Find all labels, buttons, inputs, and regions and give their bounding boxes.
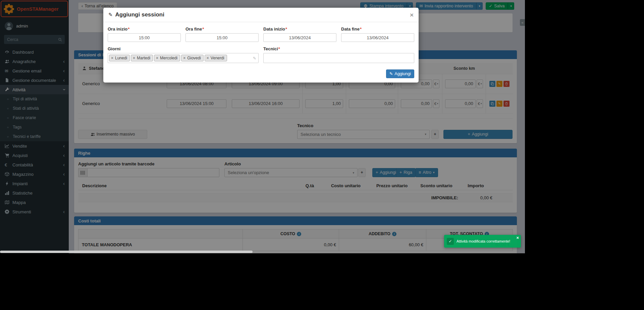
modal-aggiungi-button[interactable]: ✎ Aggiungi (386, 69, 414, 78)
ora-inizio-field: Ora inizio* (108, 27, 181, 42)
ora-fine-field: Ora fine* (185, 27, 259, 42)
horizontal-scrollbar[interactable] (0, 250, 525, 253)
data-fine-field: Data fine* (341, 27, 414, 42)
tecnici-label: Tecnici* (263, 46, 414, 51)
modal-close-icon[interactable]: × (410, 12, 414, 18)
ora-fine-label: Ora fine* (185, 27, 259, 32)
modal-title: Aggiungi sessioni (115, 11, 164, 18)
remove-tag-icon[interactable]: × (207, 56, 209, 60)
modal-footer: ✎ Aggiungi (103, 67, 419, 83)
check-icon: ✓ (447, 238, 454, 245)
toast-close-icon[interactable]: × (516, 236, 519, 240)
required-marker: * (278, 46, 280, 51)
tag-martedi[interactable]: ×Martedi (131, 55, 153, 61)
giorni-multiselect[interactable]: ×Lunedi ×Martedi ×Mercoledi ×Giovedi ×Ve… (108, 53, 259, 63)
modal-form-row-1: Ora inizio* Ora fine* Data inizio* Data … (108, 27, 414, 42)
required-marker: * (285, 27, 287, 32)
pencil-icon: ✎ (253, 56, 256, 61)
tag-giovedi[interactable]: ×Giovedi (181, 55, 204, 61)
ora-inizio-input[interactable] (108, 33, 181, 42)
data-inizio-input[interactable] (263, 33, 336, 42)
required-marker: * (202, 27, 204, 32)
add-sessions-modal: ✎ Aggiungi sessioni × Ora inizio* Ora fi… (103, 8, 419, 83)
remove-tag-icon[interactable]: × (133, 56, 135, 60)
modal-header: ✎ Aggiungi sessioni × (103, 8, 419, 22)
modal-body: Ora inizio* Ora fine* Data inizio* Data … (103, 22, 419, 67)
modal-aggiungi-label: Aggiungi (394, 71, 411, 76)
remove-tag-icon[interactable]: × (156, 56, 158, 60)
ora-fine-input[interactable] (185, 33, 259, 42)
data-fine-label: Data fine* (341, 27, 414, 32)
data-inizio-label: Data inizio* (263, 27, 336, 32)
toast-message: Attività modificata correttamente! (457, 239, 510, 243)
toast-notification: ✓ Attività modificata correttamente! × (444, 235, 521, 248)
tag-mercoledi[interactable]: ×Mercoledi (154, 55, 180, 61)
tag-lunedi[interactable]: ×Lunedi (109, 55, 130, 61)
scrollbar-thumb[interactable] (0, 251, 253, 253)
tecnici-field: Tecnici* (263, 46, 414, 63)
data-inizio-field: Data inizio* (263, 27, 336, 42)
pencil-icon: ✎ (389, 71, 393, 76)
tag-venerdi[interactable]: ×Venerdi (205, 55, 227, 61)
ora-inizio-label: Ora inizio* (108, 27, 181, 32)
modal-form-row-2: Giorni ×Lunedi ×Martedi ×Mercoledi ×Giov… (108, 46, 414, 63)
pencil-icon: ✎ (108, 12, 113, 18)
required-marker: * (360, 27, 362, 32)
remove-tag-icon[interactable]: × (183, 56, 185, 60)
data-fine-input[interactable] (341, 33, 414, 42)
tecnici-multiselect[interactable] (263, 53, 414, 63)
giorni-label: Giorni (108, 46, 259, 51)
giorni-field: Giorni ×Lunedi ×Martedi ×Mercoledi ×Giov… (108, 46, 259, 63)
remove-tag-icon[interactable]: × (111, 56, 113, 60)
required-marker: * (128, 27, 129, 32)
browser-viewport: OSM OpenSTAManager admin Dashboard Anagr… (0, 0, 525, 253)
